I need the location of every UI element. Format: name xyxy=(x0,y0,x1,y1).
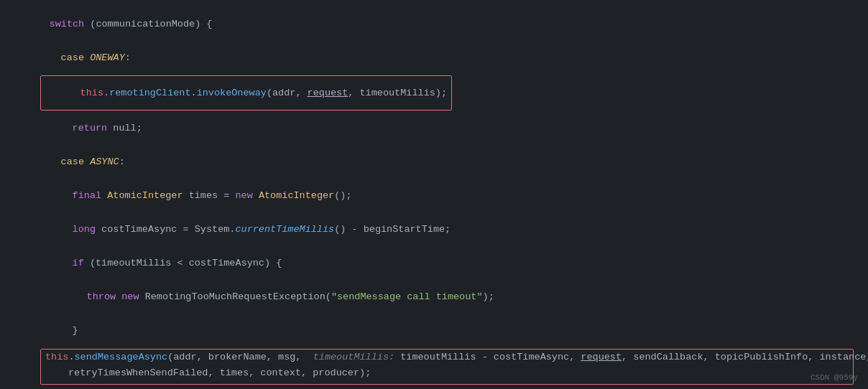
code-line-7: long costTimeAsync = System.currentTimeM… xyxy=(0,212,868,246)
code-line-11a: this.sendMessageAsync(addr, brokerName, … xyxy=(45,351,849,367)
keyword-case-1: case xyxy=(61,52,84,63)
method-invokeOneway: remotingClient xyxy=(109,88,190,98)
boxed-async-call: this.sendMessageAsync(addr, brokerName, … xyxy=(40,349,854,385)
watermark: CSDN @959y xyxy=(811,373,858,382)
code-line-10: } xyxy=(0,314,868,347)
code-line-11b: retryTimesWhenSendFailed, times, context… xyxy=(45,367,849,383)
code-line-3: this.remotingClient.invokeOneway(addr, r… xyxy=(0,75,868,111)
code-editor: switch (communicationMode) { case ONEWAY… xyxy=(0,0,868,389)
code-line-2: case ONEWAY: xyxy=(0,41,868,75)
code-line-5: case ASYNC: xyxy=(0,145,868,179)
code-line-4: return null; xyxy=(0,111,868,145)
code-line-6: final AtomicInteger times = new AtomicIn… xyxy=(0,179,868,212)
keyword-switch: switch xyxy=(50,19,85,29)
code-line-9: throw new RemotingTooMuchRequestExceptio… xyxy=(0,280,868,314)
code-line-1: switch (communicationMode) { xyxy=(0,7,868,41)
code-line-8: if (timeoutMillis < costTimeAsync) { xyxy=(0,246,868,280)
case-oneway: ONEWAY xyxy=(90,52,125,63)
code-line-13: return null; xyxy=(0,386,868,389)
